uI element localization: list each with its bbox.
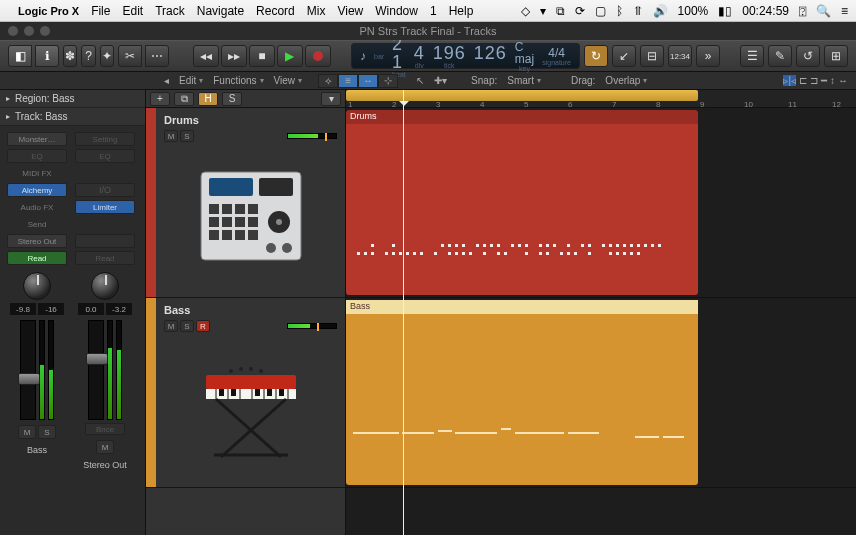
- seg-1[interactable]: ⟡: [318, 74, 338, 88]
- replace-button[interactable]: ↙: [612, 45, 636, 67]
- list-editors-button[interactable]: ☰: [740, 45, 764, 67]
- catch-button[interactable]: ▹|◃: [783, 75, 796, 86]
- track-mute[interactable]: M: [164, 320, 178, 332]
- hzoom-button[interactable]: ↔: [838, 75, 848, 86]
- toolbox-button[interactable]: ✦: [100, 45, 114, 67]
- battery-icon[interactable]: ▮▯: [718, 4, 732, 18]
- more-tools-button[interactable]: ⋯: [145, 45, 169, 67]
- automation-mode[interactable]: Read: [7, 251, 67, 265]
- notes-button[interactable]: ✎: [768, 45, 792, 67]
- setting-slot-b[interactable]: Setting: [75, 132, 135, 146]
- zoom-window-button[interactable]: [40, 26, 50, 36]
- track-record[interactable]: R: [196, 320, 210, 332]
- display-icon[interactable]: ▢: [595, 4, 606, 18]
- limiter-slot[interactable]: Limiter: [75, 200, 135, 214]
- track-header-bass[interactable]: 3 Bass M S R: [146, 298, 345, 488]
- record-button[interactable]: [305, 45, 331, 67]
- pan-knob-b[interactable]: [91, 272, 119, 300]
- bounce-button[interactable]: Bnce: [85, 423, 125, 435]
- toolbar-button[interactable]: ✽: [63, 45, 77, 67]
- global-tracks-h[interactable]: H: [198, 92, 218, 106]
- playhead[interactable]: [403, 90, 404, 535]
- menu-mix[interactable]: Mix: [307, 4, 326, 18]
- zoom-button[interactable]: ⊐: [810, 75, 818, 86]
- menu-edit[interactable]: Edit: [122, 4, 143, 18]
- vzoom-button[interactable]: ↕: [830, 75, 835, 86]
- sync-button[interactable]: 12:34: [668, 45, 692, 67]
- volume-fader-b[interactable]: [88, 320, 104, 420]
- loops-button[interactable]: ↺: [796, 45, 820, 67]
- browser-button[interactable]: ⊞: [824, 45, 848, 67]
- functions-menu[interactable]: Functions: [213, 75, 263, 86]
- menu-navigate[interactable]: Navigate: [197, 4, 244, 18]
- seg-2[interactable]: ≡: [338, 74, 358, 88]
- track-filter-button[interactable]: ▾: [321, 92, 341, 106]
- forward-button[interactable]: ▸▸: [221, 45, 247, 67]
- instrument-slot[interactable]: Alchemy: [7, 183, 67, 197]
- close-window-button[interactable]: [8, 26, 18, 36]
- inspector-button[interactable]: ℹ: [35, 45, 59, 67]
- minimize-window-button[interactable]: [24, 26, 34, 36]
- duplicate-track-button[interactable]: ⧉: [174, 92, 194, 106]
- snap-dropdown[interactable]: Smart: [507, 75, 541, 86]
- pointer-tool[interactable]: ↖: [416, 75, 424, 86]
- waveform-zoom[interactable]: ━: [821, 75, 827, 86]
- mute-button-b[interactable]: M: [96, 440, 114, 454]
- volume-icon[interactable]: 🔊: [653, 4, 668, 18]
- menubar-clock[interactable]: 00:24:59: [742, 4, 789, 18]
- track-header-drums[interactable]: 1 Drums M S: [146, 108, 345, 298]
- battery-pct[interactable]: 100%: [678, 4, 709, 18]
- arrange-area[interactable]: 123456789101112 Drums Bass: [346, 90, 856, 535]
- rewind-button[interactable]: ◂◂: [193, 45, 219, 67]
- volume-fader[interactable]: [20, 320, 36, 420]
- wifi-icon[interactable]: ⥣: [633, 4, 643, 18]
- marquee-tool[interactable]: ✚▾: [434, 75, 447, 86]
- menu-view[interactable]: View: [337, 4, 363, 18]
- user-icon[interactable]: ⍰: [799, 4, 806, 18]
- menu-file[interactable]: File: [91, 4, 110, 18]
- wifi-signal-icon[interactable]: ▾: [540, 4, 546, 18]
- play-button[interactable]: ▶: [277, 45, 303, 67]
- bluetooth-icon[interactable]: ᛒ: [616, 4, 623, 18]
- output-slot[interactable]: Stereo Out: [7, 234, 67, 248]
- automation-mode-b[interactable]: Read: [75, 251, 135, 265]
- pan-knob[interactable]: [23, 272, 51, 300]
- menu-window[interactable]: Window: [375, 4, 418, 18]
- output-slot-b[interactable]: [75, 234, 135, 248]
- view-menu[interactable]: View: [274, 75, 303, 86]
- menu-1[interactable]: 1: [430, 4, 437, 18]
- library-button[interactable]: ◧: [8, 45, 32, 67]
- stop-button[interactable]: ■: [249, 45, 275, 67]
- dropbox-icon[interactable]: ⧉: [556, 4, 565, 18]
- eq-slot[interactable]: EQ: [7, 149, 67, 163]
- region-bass[interactable]: Bass: [346, 300, 698, 485]
- link-button[interactable]: ⊏: [799, 75, 807, 86]
- autopunch-button[interactable]: ⊟: [640, 45, 664, 67]
- help-button[interactable]: ?: [81, 45, 95, 67]
- track-inspector-header[interactable]: Track: Bass: [0, 108, 145, 126]
- region-inspector-header[interactable]: Region: Bass: [0, 90, 145, 108]
- seg-4[interactable]: ⊹: [378, 74, 398, 88]
- track-mute[interactable]: M: [164, 130, 178, 142]
- menu-record[interactable]: Record: [256, 4, 295, 18]
- solo-button[interactable]: S: [38, 425, 56, 439]
- setting-slot[interactable]: Monster…: [7, 132, 67, 146]
- menu-help[interactable]: Help: [449, 4, 474, 18]
- menu-track[interactable]: Track: [155, 4, 185, 18]
- seg-3[interactable]: ↔: [358, 74, 378, 88]
- edit-tools-button[interactable]: ✂: [118, 45, 142, 67]
- io-slot[interactable]: I/O: [75, 183, 135, 197]
- edit-menu[interactable]: Edit: [179, 75, 203, 86]
- track-name[interactable]: Drums: [164, 114, 337, 126]
- spotlight-icon[interactable]: 🔍: [816, 4, 831, 18]
- app-menu[interactable]: Logic Pro X: [18, 5, 79, 17]
- tracks-back-button[interactable]: ◂: [164, 75, 169, 86]
- cloud-icon[interactable]: ◇: [521, 4, 530, 18]
- track-name[interactable]: Bass: [164, 304, 337, 316]
- lane-bass[interactable]: Bass: [346, 298, 856, 488]
- lane-drums[interactable]: Drums: [346, 108, 856, 298]
- ruler[interactable]: 123456789101112: [346, 90, 856, 108]
- region-drums[interactable]: Drums: [346, 110, 698, 295]
- drag-dropdown[interactable]: Overlap: [605, 75, 647, 86]
- eq-slot-b[interactable]: EQ: [75, 149, 135, 163]
